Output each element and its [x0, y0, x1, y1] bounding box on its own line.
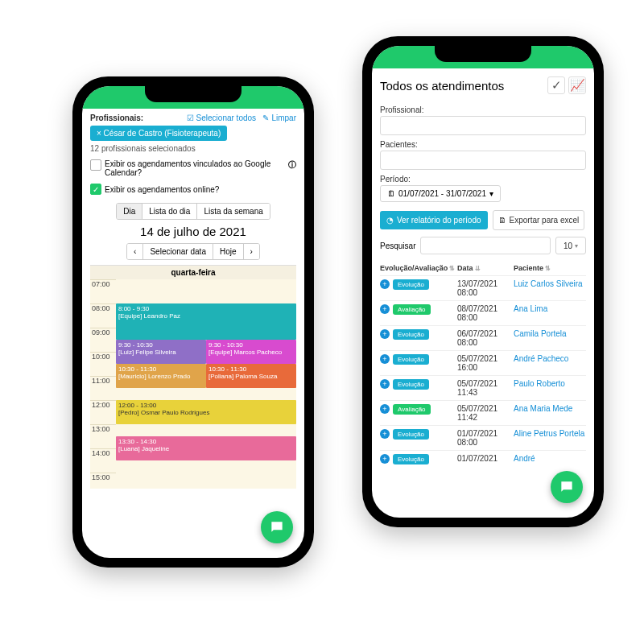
clear-label: Limpar	[271, 114, 296, 122]
online-checkbox[interactable]: ✓	[90, 184, 101, 195]
pager-prev[interactable]: ‹	[127, 244, 143, 259]
calendar-hours: 07:0008:0009:0010:0011:0012:0013:0014:00…	[90, 279, 116, 489]
hour-label: 10:00	[90, 352, 116, 376]
chat-fab[interactable]	[551, 471, 583, 503]
hour-label: 14:00	[90, 448, 116, 473]
calendar-event[interactable]: 10:30 - 11:30[Poliana] Paloma Souza	[206, 364, 296, 388]
calendar-weekday: quarta-feira	[90, 265, 296, 279]
calendar-event[interactable]: 10:30 - 11:30[Mauricio] Lorenzo Prado	[116, 364, 206, 388]
excel-icon: 🗎	[498, 216, 506, 225]
check-icon: ☑	[187, 114, 194, 122]
select-all-link[interactable]: ☑ Selecionar todos	[187, 114, 257, 122]
screen-right: Todos os atendimentos ✓ 📈 Profissional: …	[372, 46, 594, 518]
record-tag[interactable]: Evolução	[393, 354, 429, 365]
google-calendar-checkbox[interactable]	[90, 159, 101, 171]
pager-next[interactable]: ›	[244, 244, 259, 259]
date-cell: 05/07/202111:42	[457, 404, 514, 422]
pager-pick[interactable]: Selecionar data	[143, 244, 213, 259]
date-cell: 08/07/202108:00	[457, 304, 514, 322]
table-row: +Evolução05/07/202116:00André Pacheco	[380, 350, 586, 375]
professionals-label: Profissionais:	[90, 114, 143, 122]
record-tag[interactable]: Evolução	[393, 329, 429, 340]
patient-link[interactable]: Paulo Roberto	[514, 379, 586, 388]
hour-label: 09:00	[90, 328, 116, 352]
pager-today[interactable]: Hoje	[213, 244, 244, 259]
expand-icon[interactable]: +	[380, 379, 390, 389]
patient-link[interactable]: Luiz Carlos Silveira	[514, 279, 586, 288]
record-tag[interactable]: Evolução	[393, 279, 429, 290]
expand-icon[interactable]: +	[380, 329, 390, 339]
expand-icon[interactable]: +	[380, 279, 390, 289]
period-picker[interactable]: 🗓 01/07/2021 - 31/07/2021 ▾	[380, 185, 501, 202]
hour-label: 11:00	[90, 376, 116, 400]
date-cell: 01/07/202108:00	[457, 429, 514, 447]
calendar-event[interactable]: 8:00 - 9:30[Equipe] Leandro Paz	[116, 303, 296, 340]
pagesize-value: 10	[564, 242, 572, 250]
expand-icon[interactable]: +	[380, 304, 390, 314]
record-tag[interactable]: Avaliação	[393, 304, 431, 315]
phone-right: Todos os atendimentos ✓ 📈 Profissional: …	[362, 36, 604, 527]
calendar-event[interactable]: 12:00 - 13:00[Pedro] Osmar Paulo Rodrigu…	[116, 400, 296, 424]
clear-link[interactable]: ✎ Limpar	[262, 114, 296, 122]
screen-left: Profissionais: ☑ Selecionar todos ✎ Limp…	[82, 86, 304, 558]
caret-down-icon: ▾	[489, 189, 493, 198]
export-label: Exportar para excel	[510, 216, 580, 225]
phone-notch	[145, 85, 242, 102]
patient-link[interactable]: Ana Lima	[514, 304, 586, 313]
seg-day[interactable]: Dia	[117, 204, 142, 219]
table-row: +Evolução13/07/202108:00Luiz Carlos Silv…	[380, 275, 586, 300]
online-label: Exibir os agendamentos online?	[105, 185, 219, 194]
col-ev-label: Evolução/Avaliação	[380, 264, 448, 272]
date-cell: 05/07/202111:43	[457, 379, 514, 397]
check-iconbtn[interactable]: ✓	[547, 76, 565, 94]
table-row: +Evolução01/07/2021André	[380, 450, 586, 468]
table-row: +Evolução06/07/202108:00Camila Portela	[380, 325, 586, 350]
expand-icon[interactable]: +	[380, 354, 390, 364]
professional-input[interactable]	[380, 116, 586, 135]
patient-link[interactable]: André	[514, 454, 586, 463]
expand-icon[interactable]: +	[380, 404, 390, 414]
patient-link[interactable]: Aline Petrus Portela	[514, 429, 586, 438]
selected-count: 12 profissionais selecionados	[90, 144, 296, 153]
date-title: 14 de julho de 2021	[90, 225, 296, 238]
col-evolution[interactable]: Evolução/Avaliação⇅	[380, 261, 457, 275]
date-cell: 06/07/202108:00	[457, 329, 514, 347]
view-segment: Dia Lista do dia Lista da semana	[116, 203, 270, 220]
col-patient[interactable]: Paciente⇅	[514, 261, 586, 275]
pagesize-select[interactable]: 10 ▾	[555, 237, 586, 254]
record-tag[interactable]: Evolução	[393, 429, 429, 440]
calendar-event[interactable]: 9:30 - 10:30[Luiz] Felipe Silveira	[116, 340, 206, 364]
record-tag[interactable]: Evolução	[393, 454, 429, 464]
patient-link[interactable]: Ana Maria Mede	[514, 404, 586, 413]
patient-link[interactable]: Camila Portela	[514, 329, 586, 338]
seg-daylist[interactable]: Lista do dia	[142, 204, 197, 219]
period-label: Período:	[380, 175, 586, 184]
report-button[interactable]: ◔ Ver relatório do período	[380, 211, 488, 229]
calendar-event[interactable]: 9:30 - 10:30[Equipe] Marcos Pacheco	[206, 340, 296, 364]
patient-link[interactable]: André Pacheco	[514, 354, 586, 363]
patients-input[interactable]	[380, 151, 586, 170]
chart-iconbtn[interactable]: 📈	[568, 76, 586, 94]
export-button[interactable]: 🗎 Exportar para excel	[493, 210, 585, 230]
hour-label: 12:00	[90, 400, 116, 424]
sort-icon: ⇅	[545, 265, 551, 272]
hour-label: 15:00	[90, 473, 116, 489]
search-input[interactable]	[420, 237, 551, 254]
table-body: +Evolução13/07/202108:00Luiz Carlos Silv…	[380, 275, 586, 468]
expand-icon[interactable]: +	[380, 454, 390, 464]
seg-weeklist[interactable]: Lista da semana	[197, 204, 269, 219]
phone-left: Profissionais: ☑ Selecionar todos ✎ Limp…	[72, 76, 314, 568]
hour-label: 13:00	[90, 424, 116, 448]
expand-icon[interactable]: +	[380, 429, 390, 439]
report-label: Ver relatório do período	[397, 216, 481, 225]
chat-fab[interactable]	[261, 511, 293, 543]
calendar-event[interactable]: 13:30 - 14:30[Luana] Jaqueline	[116, 436, 296, 460]
info-icon[interactable]: ⓘ	[288, 159, 296, 171]
hour-label: 07:00	[90, 279, 116, 303]
professional-chip[interactable]: × César de Castro (Fisioterapeuta)	[90, 126, 227, 141]
record-tag[interactable]: Avaliação	[393, 404, 431, 415]
calendar-grid[interactable]: 07:0008:0009:0010:0011:0012:0013:0014:00…	[90, 279, 296, 489]
chart-icon: 📈	[570, 78, 585, 93]
record-tag[interactable]: Evolução	[393, 379, 429, 390]
col-date[interactable]: Data⇊	[457, 261, 514, 275]
